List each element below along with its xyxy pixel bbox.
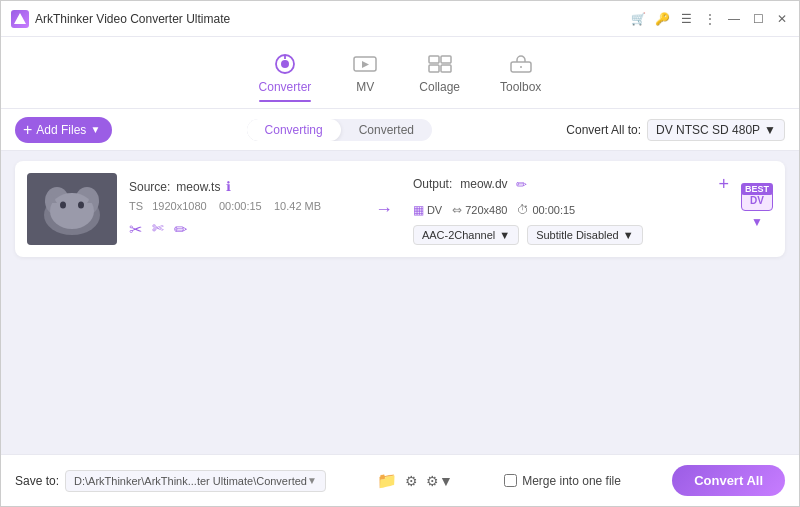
file-icon-chevron[interactable]: ▼ xyxy=(751,215,763,229)
svg-point-19 xyxy=(78,202,84,209)
subtitle-dropdown-icon: ▼ xyxy=(623,229,634,241)
scissors-icon[interactable]: ✄ xyxy=(152,220,164,239)
output-selects: AAC-2Channel ▼ Subtitle Disabled ▼ xyxy=(413,225,729,245)
merge-check[interactable]: Merge into one file xyxy=(504,474,621,488)
convert-all-button[interactable]: Convert All xyxy=(672,465,785,496)
file-info: Source: meow.ts ℹ TS 1920x1080 00:00:15 … xyxy=(129,179,355,239)
collage-tab-label: Collage xyxy=(419,80,460,94)
cart-icon[interactable]: 🛒 xyxy=(631,12,645,26)
hamburger-icon[interactable]: ⋮ xyxy=(703,12,717,26)
bottom-bar: Save to: D:\ArkThinker\ArkThink...ter Ul… xyxy=(1,454,799,506)
cut-icon[interactable]: ✂ xyxy=(129,220,142,239)
app-icon xyxy=(11,10,29,28)
mv-icon xyxy=(351,52,379,76)
format-dropdown-icon: ▼ xyxy=(764,123,776,137)
source-row: Source: meow.ts ℹ xyxy=(129,179,355,194)
output-label: Output: xyxy=(413,177,452,191)
resolution-param-icon: ⇔ xyxy=(452,203,462,217)
output-duration: 00:00:15 xyxy=(532,204,575,216)
close-icon[interactable]: ✕ xyxy=(775,12,789,26)
menu-icon[interactable]: ☰ xyxy=(679,12,693,26)
save-to-section: Save to: D:\ArkThinker\ArkThink...ter Ul… xyxy=(15,470,326,492)
tab-converter[interactable]: Converter xyxy=(259,52,312,102)
mv-tab-label: MV xyxy=(356,80,374,94)
file-type-badge[interactable]: BEST DV xyxy=(741,190,773,211)
toolbox-icon xyxy=(507,52,535,76)
save-to-label: Save to: xyxy=(15,474,59,488)
subtitle-value: Subtitle Disabled xyxy=(536,229,619,241)
tab-mv[interactable]: MV xyxy=(351,52,379,102)
arrow-icon: → xyxy=(375,199,393,220)
format-selector[interactable]: DV NTSC SD 480P ▼ xyxy=(647,119,785,141)
audio-dropdown-icon: ▼ xyxy=(499,229,510,241)
tab-collage[interactable]: Collage xyxy=(419,52,460,102)
source-duration: 00:00:15 xyxy=(219,200,262,212)
format-param: ▦ DV xyxy=(413,203,442,217)
file-thumbnail xyxy=(27,173,117,245)
output-file-icon-col: BEST DV ▼ xyxy=(741,190,773,229)
toolbox-tab-label: Toolbox xyxy=(500,80,541,94)
add-files-dropdown-icon[interactable]: ▼ xyxy=(90,124,100,135)
duration-param-icon: ⏱ xyxy=(517,203,529,217)
output-resolution: 720x480 xyxy=(465,204,507,216)
subtitle-select[interactable]: Subtitle Disabled ▼ xyxy=(527,225,642,245)
key-icon[interactable]: 🔑 xyxy=(655,12,669,26)
minimize-icon[interactable]: — xyxy=(727,12,741,26)
file-actions: ✂ ✄ ✏ xyxy=(129,220,355,239)
add-files-label: Add Files xyxy=(36,123,86,137)
tab-switcher: Converting Converted xyxy=(247,119,432,141)
save-path-display[interactable]: D:\ArkThinker\ArkThink...ter Ultimate\Co… xyxy=(65,470,326,492)
merge-label: Merge into one file xyxy=(522,474,621,488)
save-path-dropdown-icon: ▼ xyxy=(307,475,317,486)
add-files-button[interactable]: + Add Files ▼ xyxy=(15,117,112,143)
output-params: ▦ DV ⇔ 720x480 ⏱ 00:00:15 xyxy=(413,203,729,217)
output-row1: Output: meow.dv ✏ + xyxy=(413,174,729,195)
arrow-col: → xyxy=(367,199,401,220)
title-bar: ArkThinker Video Converter Ultimate 🛒 🔑 … xyxy=(1,1,799,37)
format-value: DV NTSC SD 480P xyxy=(656,123,760,137)
source-label: Source: xyxy=(129,180,170,194)
title-bar-left: ArkThinker Video Converter Ultimate xyxy=(11,10,230,28)
file-meta: TS 1920x1080 00:00:15 10.42 MB xyxy=(129,200,355,212)
tab-toolbox[interactable]: Toolbox xyxy=(500,52,541,102)
tab-converting[interactable]: Converting xyxy=(247,119,341,141)
toolbar: + Add Files ▼ Converting Converted Conve… xyxy=(1,109,799,151)
edit-icon[interactable]: ✏ xyxy=(174,220,187,239)
source-size: 10.42 MB xyxy=(274,200,321,212)
maximize-icon[interactable]: ☐ xyxy=(751,12,765,26)
output-add-icon[interactable]: + xyxy=(719,174,730,195)
tab-converted[interactable]: Converted xyxy=(341,119,432,141)
svg-point-15 xyxy=(50,193,94,229)
audio-select[interactable]: AAC-2Channel ▼ xyxy=(413,225,519,245)
save-path-value: D:\ArkThinker\ArkThink...ter Ultimate\Co… xyxy=(74,475,307,487)
best-badge: BEST xyxy=(741,183,773,195)
svg-marker-0 xyxy=(14,13,26,24)
output-edit-icon[interactable]: ✏ xyxy=(516,177,527,192)
source-resolution: 1920x1080 xyxy=(152,200,206,212)
converter-icon xyxy=(271,52,299,76)
nav-tabs: Converter MV Collage xyxy=(1,37,799,109)
app-title: ArkThinker Video Converter Ultimate xyxy=(35,12,230,26)
audio-value: AAC-2Channel xyxy=(422,229,495,241)
plus-icon: + xyxy=(23,122,32,138)
svg-rect-8 xyxy=(441,65,451,72)
convert-all-to-label: Convert All to: xyxy=(566,123,641,137)
main-content: Source: meow.ts ℹ TS 1920x1080 00:00:15 … xyxy=(1,151,799,454)
info-icon[interactable]: ℹ xyxy=(226,179,231,194)
folder-icon[interactable]: 📁 xyxy=(377,471,397,490)
convert-all-to-section: Convert All to: DV NTSC SD 480P ▼ xyxy=(566,119,785,141)
svg-rect-6 xyxy=(441,56,451,63)
source-format: TS xyxy=(129,200,143,212)
bottom-icons: 📁 ⚙ ⚙▼ xyxy=(377,471,453,490)
settings-icon[interactable]: ⚙ xyxy=(405,473,418,489)
file-ext-badge: DV xyxy=(750,195,764,206)
source-filename: meow.ts xyxy=(176,180,220,194)
svg-point-2 xyxy=(281,60,289,68)
title-bar-controls: 🛒 🔑 ☰ ⋮ — ☐ ✕ xyxy=(631,12,789,26)
duration-param: ⏱ 00:00:15 xyxy=(517,203,575,217)
merge-checkbox[interactable] xyxy=(504,474,517,487)
output-settings: Output: meow.dv ✏ + ▦ DV ⇔ 720x480 ⏱ 00:… xyxy=(413,174,729,245)
svg-point-18 xyxy=(60,202,66,209)
file-card: Source: meow.ts ℹ TS 1920x1080 00:00:15 … xyxy=(15,161,785,257)
more-icon[interactable]: ⚙▼ xyxy=(426,473,453,489)
